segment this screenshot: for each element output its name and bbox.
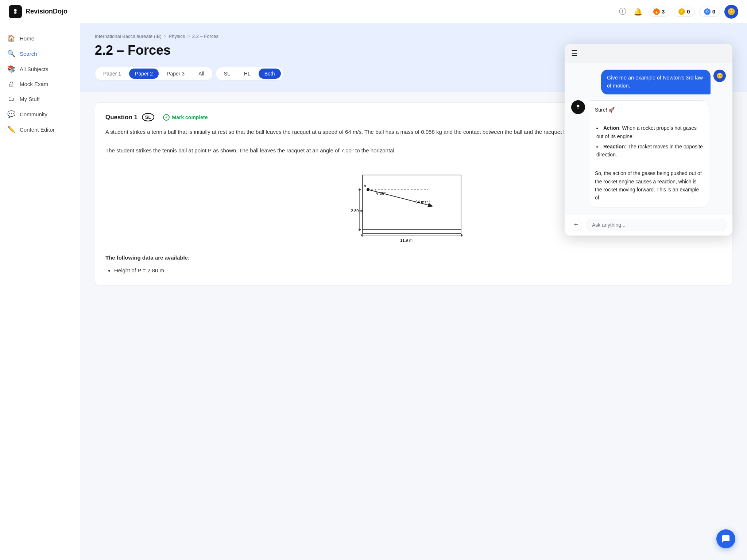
point-p-label: P (363, 184, 366, 189)
sidebar-item-community[interactable]: 💬 Community (0, 106, 80, 122)
height-label: 2.80 m (351, 209, 363, 213)
sl-filter[interactable]: SL (218, 69, 236, 79)
sidebar-label-content-editor: Content Editor (20, 127, 55, 133)
user-avatar-button[interactable]: 😊 (724, 5, 738, 19)
all-subjects-icon: 📚 (7, 65, 15, 73)
coin-icon: © (704, 8, 711, 15)
user-bubble: Give me an example of Newton's 3rd law o… (601, 70, 711, 94)
info-button[interactable]: ⓘ (618, 5, 628, 18)
svg-rect-3 (363, 175, 461, 233)
breadcrumb-ib: International Baccalaureate (IB) (95, 34, 162, 39)
paper-filter-group: Paper 1 Paper 2 Paper 3 All (95, 67, 213, 81)
sidebar-item-my-stuff[interactable]: 🗂 My Stuff (0, 92, 80, 106)
user-avatar-chat: 😊 (713, 70, 726, 82)
data-list: Height of P = 2.80 m (105, 266, 722, 275)
chat-input[interactable] (586, 219, 727, 231)
bot-action-item: Action: When a rocket propels hot gases … (596, 124, 703, 140)
svg-point-14 (577, 105, 580, 107)
sidebar-item-all-subjects[interactable]: 📚 All Subjects (0, 61, 80, 77)
header-right: ⓘ 🔔 🔥 3 ⚡ 0 © 0 😊 (618, 5, 738, 19)
paper1-filter[interactable]: Paper 1 (97, 69, 127, 79)
hl-filter[interactable]: HL (238, 69, 256, 79)
app-header: RevisionDojo ⓘ 🔔 🔥 3 ⚡ 0 © 0 😊 (0, 0, 747, 23)
chat-panel: ☰ Give me an example of Newton's 3rd law… (565, 44, 732, 236)
logo-icon (9, 5, 22, 18)
breadcrumb-sep-2: > (187, 34, 190, 39)
user-message: Give me an example of Newton's 3rd law o… (571, 70, 726, 94)
mark-complete-label: Mark complete (172, 114, 208, 120)
level-filter-group: SL HL Both (216, 67, 283, 81)
speed-label: 64 ms⁻¹ (415, 200, 430, 204)
mark-complete-button[interactable]: ✓ Mark complete (163, 114, 208, 121)
sidebar-item-home[interactable]: 🏠 Home (0, 31, 80, 46)
paper3-filter[interactable]: Paper 3 (161, 69, 190, 79)
bot-avatar (571, 100, 585, 114)
data-item-height: Height of P = 2.80 m (114, 266, 722, 275)
question-1-title: Question 1 (105, 114, 138, 121)
svg-marker-12 (461, 233, 463, 237)
svg-marker-11 (361, 233, 363, 237)
svg-rect-15 (577, 108, 580, 108)
bot-intro: Sure! 🚀 (595, 106, 703, 114)
breadcrumb-physics: Physics (169, 34, 185, 39)
chat-header-icon: ☰ (571, 49, 578, 58)
search-icon: 🔍 (7, 50, 15, 58)
action-label: Action (603, 125, 619, 131)
chat-footer: + (565, 214, 732, 236)
notifications-button[interactable]: 🔔 (632, 6, 644, 18)
breadcrumb-sep-1: > (164, 34, 167, 39)
breadcrumb-topic: 2.2 – Forces (192, 34, 218, 39)
sidebar: 🏠 Home 🔍 Search 📚 All Subjects 🖨 Mock Ex… (0, 23, 80, 560)
bot-bubble: Sure! 🚀 Action: When a rocket propels ho… (589, 100, 709, 207)
sidebar-label-mock-exam: Mock Exam (20, 81, 48, 87)
chat-add-button[interactable]: + (570, 219, 582, 231)
sidebar-label-my-stuff: My Stuff (20, 96, 40, 102)
coin-score-badge[interactable]: © 0 (699, 7, 720, 17)
paper2-filter[interactable]: Paper 2 (129, 69, 159, 79)
distance-label: 11.9 m (400, 238, 413, 242)
svg-rect-1 (14, 12, 16, 13)
logo-text: RevisionDojo (26, 8, 67, 15)
logo-svg (11, 8, 19, 16)
sl-badge: SL (142, 113, 155, 121)
home-icon: 🏠 (7, 34, 15, 42)
both-filter[interactable]: Both (259, 69, 281, 79)
all-filter[interactable]: All (193, 69, 210, 79)
sidebar-label-home: Home (20, 35, 34, 42)
sidebar-item-content-editor[interactable]: ✏️ Content Editor (0, 122, 80, 137)
float-chat-button[interactable] (716, 529, 735, 548)
bot-list: Action: When a rocket propels hot gases … (595, 124, 703, 159)
bot-reaction-item: Reaction: The rocket moves in the opposi… (596, 143, 703, 159)
data-available-text: The following data are available: (105, 253, 722, 262)
bot-message: Sure! 🚀 Action: When a rocket propels ho… (571, 100, 726, 207)
svg-rect-2 (14, 13, 16, 14)
fire-icon: 🔥 (653, 8, 660, 15)
chat-float-icon (721, 534, 730, 543)
sidebar-item-mock-exam[interactable]: 🖨 Mock Exam (0, 77, 80, 92)
bolt-icon: ⚡ (678, 8, 685, 15)
content-editor-icon: ✏️ (7, 125, 15, 133)
sidebar-item-search[interactable]: 🔍 Search (0, 46, 80, 61)
bolt-score: 0 (687, 8, 690, 15)
sidebar-label-all-subjects: All Subjects (20, 66, 48, 72)
sidebar-label-search: Search (20, 51, 37, 57)
chat-header: ☰ (565, 44, 732, 63)
sidebar-label-community: Community (20, 111, 47, 117)
breadcrumb: International Baccalaureate (IB) > Physi… (95, 34, 732, 39)
bot-body-text: So, the action of the gases being pushed… (595, 169, 703, 202)
fire-score: 3 (662, 8, 665, 15)
reaction-label: Reaction (603, 144, 625, 149)
svg-point-0 (14, 9, 16, 11)
chat-messages: Give me an example of Newton's 3rd law o… (565, 63, 732, 214)
bolt-score-badge[interactable]: ⚡ 0 (674, 7, 694, 17)
community-icon: 💬 (7, 110, 15, 118)
check-icon: ✓ (163, 114, 170, 121)
fire-score-badge[interactable]: 🔥 3 (649, 7, 669, 17)
physics-diagram: P (348, 164, 479, 244)
coin-score: 0 (712, 8, 715, 15)
my-stuff-icon: 🗂 (7, 95, 15, 103)
angle-label: 7.00° (376, 191, 386, 195)
mock-exam-icon: 🖨 (7, 80, 15, 88)
logo: RevisionDojo (9, 5, 67, 18)
